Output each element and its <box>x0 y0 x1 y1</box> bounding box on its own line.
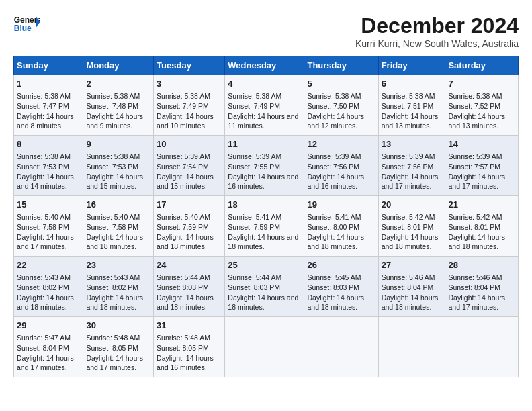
month-title: December 2024 <box>355 13 519 38</box>
daylight-label: Daylight: 14 hours and 17 minutes. <box>86 354 143 372</box>
calendar-cell: 26Sunrise: 5:45 AMSunset: 8:03 PMDayligh… <box>304 257 378 317</box>
calendar-cell: 16Sunrise: 5:40 AMSunset: 7:58 PMDayligh… <box>83 196 154 257</box>
sunset-label: Sunset: 7:59 PM <box>157 223 209 231</box>
calendar-cell: 13Sunrise: 5:39 AMSunset: 7:56 PMDayligh… <box>378 136 445 196</box>
day-number: 4 <box>228 78 301 90</box>
sunset-label: Sunset: 8:00 PM <box>307 223 359 231</box>
calendar-week-row: 15Sunrise: 5:40 AMSunset: 7:58 PMDayligh… <box>14 196 519 257</box>
header-sunday: Sunday <box>14 56 83 75</box>
sunset-label: Sunset: 8:04 PM <box>382 283 434 291</box>
sunset-label: Sunset: 7:57 PM <box>448 163 500 171</box>
sunset-label: Sunset: 8:03 PM <box>157 283 209 291</box>
sunset-label: Sunset: 8:05 PM <box>86 344 138 352</box>
calendar-cell: 28Sunrise: 5:46 AMSunset: 8:04 PMDayligh… <box>445 257 519 317</box>
daylight-label: Daylight: 14 hours and 15 minutes. <box>157 173 214 191</box>
daylight-label: Daylight: 14 hours and 18 minutes. <box>17 293 74 312</box>
day-number: 11 <box>228 138 301 150</box>
daylight-label: Daylight: 14 hours and 18 minutes. <box>382 233 439 251</box>
day-number: 6 <box>382 78 443 90</box>
sunrise-label: Sunrise: 5:38 AM <box>448 92 502 100</box>
daylight-label: Daylight: 14 hours and 13 minutes. <box>448 112 505 130</box>
daylight-label: Daylight: 14 hours and 18 minutes. <box>228 293 298 312</box>
header-tuesday: Tuesday <box>154 56 225 75</box>
sunrise-label: Sunrise: 5:39 AM <box>157 152 210 161</box>
daylight-label: Daylight: 14 hours and 17 minutes. <box>17 233 74 251</box>
header-friday: Friday <box>378 56 445 75</box>
sunrise-label: Sunrise: 5:47 AM <box>17 334 71 342</box>
daylight-label: Daylight: 14 hours and 18 minutes. <box>307 233 364 251</box>
sunrise-label: Sunrise: 5:39 AM <box>448 152 502 161</box>
day-number: 28 <box>448 259 515 271</box>
calendar-cell <box>225 317 304 377</box>
sunrise-label: Sunrise: 5:39 AM <box>307 152 361 161</box>
sunset-label: Sunset: 7:51 PM <box>382 102 434 110</box>
calendar-week-row: 22Sunrise: 5:43 AMSunset: 8:02 PMDayligh… <box>14 257 519 317</box>
day-number: 7 <box>448 78 515 90</box>
daylight-label: Daylight: 14 hours and 18 minutes. <box>86 233 143 251</box>
day-number: 21 <box>448 199 515 211</box>
calendar-week-row: 8Sunrise: 5:38 AMSunset: 7:53 PMDaylight… <box>14 136 519 196</box>
daylight-label: Daylight: 14 hours and 16 minutes. <box>307 173 364 191</box>
daylight-label: Daylight: 14 hours and 16 minutes. <box>228 173 298 191</box>
calendar-cell: 2Sunrise: 5:38 AMSunset: 7:48 PMDaylight… <box>83 75 154 136</box>
calendar-cell: 1Sunrise: 5:38 AMSunset: 7:47 PMDaylight… <box>14 75 83 136</box>
daylight-label: Daylight: 14 hours and 16 minutes. <box>157 354 214 372</box>
calendar-cell: 10Sunrise: 5:39 AMSunset: 7:54 PMDayligh… <box>154 136 225 196</box>
day-number: 8 <box>17 138 80 150</box>
calendar-cell: 5Sunrise: 5:38 AMSunset: 7:50 PMDaylight… <box>304 75 378 136</box>
sunset-label: Sunset: 8:03 PM <box>307 283 359 291</box>
sunrise-label: Sunrise: 5:44 AM <box>228 273 281 281</box>
sunset-label: Sunset: 7:53 PM <box>17 163 69 171</box>
sunset-label: Sunset: 7:50 PM <box>307 102 359 110</box>
sunset-label: Sunset: 7:58 PM <box>17 223 69 231</box>
calendar-cell: 4Sunrise: 5:38 AMSunset: 7:49 PMDaylight… <box>225 75 304 136</box>
sunset-label: Sunset: 8:02 PM <box>17 283 69 291</box>
svg-text:Blue: Blue <box>14 24 32 33</box>
calendar-cell: 15Sunrise: 5:40 AMSunset: 7:58 PMDayligh… <box>14 196 83 257</box>
sunset-label: Sunset: 7:49 PM <box>157 102 209 110</box>
sunrise-label: Sunrise: 5:38 AM <box>86 152 140 161</box>
day-number: 2 <box>86 78 150 90</box>
sunrise-label: Sunrise: 5:38 AM <box>307 92 361 100</box>
day-number: 24 <box>157 259 222 271</box>
sunrise-label: Sunrise: 5:38 AM <box>228 92 281 100</box>
daylight-label: Daylight: 14 hours and 15 minutes. <box>86 173 143 191</box>
sunrise-label: Sunrise: 5:43 AM <box>86 273 140 281</box>
header-wednesday: Wednesday <box>225 56 304 75</box>
day-number: 25 <box>228 259 301 271</box>
daylight-label: Daylight: 14 hours and 10 minutes. <box>157 112 214 130</box>
sunrise-label: Sunrise: 5:39 AM <box>382 152 435 161</box>
sunrise-label: Sunrise: 5:40 AM <box>157 213 210 221</box>
sunrise-label: Sunrise: 5:48 AM <box>157 334 210 342</box>
sunset-label: Sunset: 8:04 PM <box>17 344 69 352</box>
day-number: 23 <box>86 259 150 271</box>
day-number: 20 <box>382 199 443 211</box>
calendar-cell: 29Sunrise: 5:47 AMSunset: 8:04 PMDayligh… <box>14 317 83 377</box>
sunrise-label: Sunrise: 5:46 AM <box>382 273 435 281</box>
calendar-cell <box>445 317 519 377</box>
daylight-label: Daylight: 14 hours and 18 minutes. <box>157 293 214 312</box>
sunset-label: Sunset: 7:56 PM <box>382 163 434 171</box>
daylight-label: Daylight: 14 hours and 12 minutes. <box>307 112 364 130</box>
sunset-label: Sunset: 7:48 PM <box>86 102 138 110</box>
header-thursday: Thursday <box>304 56 378 75</box>
day-number: 22 <box>17 259 80 271</box>
calendar-cell: 14Sunrise: 5:39 AMSunset: 7:57 PMDayligh… <box>445 136 519 196</box>
day-number: 19 <box>307 199 375 211</box>
calendar-cell: 17Sunrise: 5:40 AMSunset: 7:59 PMDayligh… <box>154 196 225 257</box>
daylight-label: Daylight: 14 hours and 17 minutes. <box>448 293 505 312</box>
daylight-label: Daylight: 14 hours and 18 minutes. <box>448 233 505 251</box>
sunset-label: Sunset: 7:56 PM <box>307 163 359 171</box>
day-number: 27 <box>382 259 443 271</box>
sunset-label: Sunset: 8:04 PM <box>448 283 500 291</box>
calendar-header-row: SundayMondayTuesdayWednesdayThursdayFrid… <box>14 56 519 75</box>
sunrise-label: Sunrise: 5:46 AM <box>448 273 502 281</box>
calendar-cell: 23Sunrise: 5:43 AMSunset: 8:02 PMDayligh… <box>83 257 154 317</box>
day-number: 13 <box>382 138 443 150</box>
day-number: 10 <box>157 138 222 150</box>
header-monday: Monday <box>83 56 154 75</box>
calendar-cell: 6Sunrise: 5:38 AMSunset: 7:51 PMDaylight… <box>378 75 445 136</box>
day-number: 26 <box>307 259 375 271</box>
day-number: 16 <box>86 199 150 211</box>
daylight-label: Daylight: 14 hours and 18 minutes. <box>228 233 298 251</box>
